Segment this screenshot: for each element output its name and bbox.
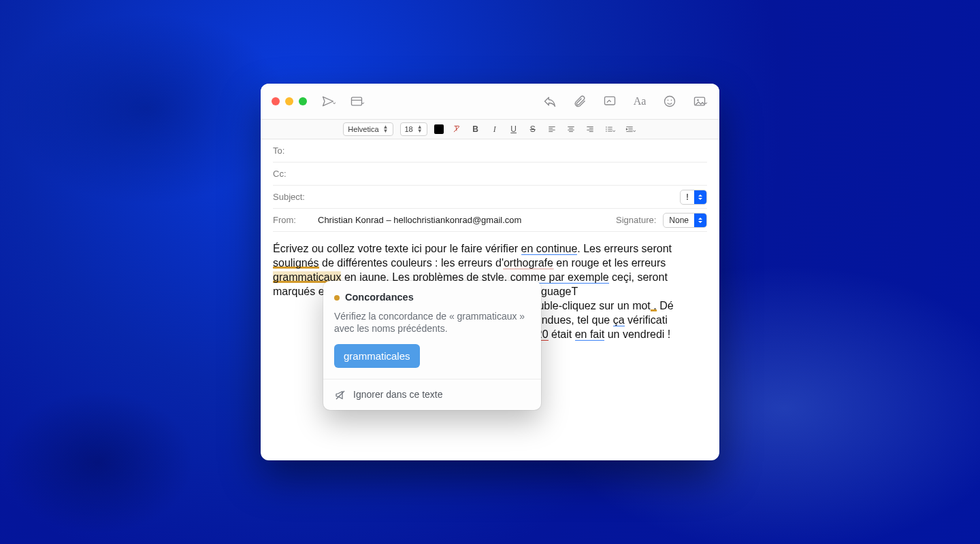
minimize-window-button[interactable] — [285, 97, 293, 105]
underline-button[interactable]: U — [508, 124, 520, 134]
style-underline[interactable]: en fait — [575, 328, 605, 341]
subject-row[interactable]: Subject: ! — [273, 186, 707, 209]
reply-icon[interactable] — [542, 94, 557, 109]
from-row: From: Christian Konrad – hellochristiank… — [273, 209, 707, 232]
grammar-popover: Concordances Vérifiez la concordance de … — [323, 281, 541, 410]
priority-stepper-icon[interactable] — [694, 190, 706, 204]
body-text: Écrivez ou collez votre texte ici pour l… — [273, 243, 521, 254]
from-value[interactable]: Christian Konrad – hellochristiankonrad@… — [318, 215, 609, 225]
svg-point-7 — [697, 99, 699, 101]
to-row[interactable]: To: — [273, 139, 707, 163]
popover-title: Concordances — [345, 290, 414, 305]
megaphone-mute-icon — [334, 389, 346, 401]
strike-button[interactable]: S — [527, 124, 539, 134]
signature-select[interactable]: None — [663, 213, 707, 228]
signature-value: None — [669, 216, 689, 225]
svg-point-9 — [606, 129, 607, 130]
from-label: From: — [273, 215, 311, 225]
popover-category-dot-icon — [334, 295, 340, 301]
suggestion-button[interactable]: grammaticales — [334, 344, 420, 368]
grammar-underline[interactable]: soulignés — [273, 257, 319, 269]
emoji-icon[interactable] — [662, 94, 677, 109]
ignore-in-text-button[interactable]: Ignorer dans ce texte — [323, 379, 541, 410]
photo-options-chevron[interactable]: ⌄ — [703, 98, 708, 105]
indent-chevron[interactable]: ⌄ — [632, 126, 637, 133]
text-color-swatch[interactable] — [434, 124, 444, 134]
style-underline[interactable]: en continue — [521, 243, 578, 255]
svg-point-3 — [665, 97, 675, 107]
compose-window: ⌄ ⌄ Aa — [261, 84, 719, 460]
titlebar: ⌄ ⌄ Aa — [261, 84, 719, 119]
font-family-value: Helvetica — [348, 125, 378, 133]
cc-label: Cc: — [273, 169, 311, 179]
style-underline[interactable]: ça — [613, 314, 625, 326]
align-right-icon[interactable] — [584, 123, 596, 135]
signature-stepper-icon[interactable] — [694, 214, 706, 227]
list-chevron[interactable]: ⌄ — [611, 126, 617, 133]
ignore-label: Ignorer dans ce texte — [353, 388, 443, 402]
format-icon[interactable]: Aa — [632, 94, 647, 109]
font-size-value: 18 — [405, 125, 413, 133]
priority-select[interactable]: ! — [680, 190, 707, 205]
align-center-icon[interactable] — [565, 123, 577, 135]
svg-point-8 — [606, 126, 607, 128]
spelling-underline[interactable]: orthografe — [504, 257, 553, 269]
paperclip-icon[interactable] — [572, 94, 587, 109]
font-size-select[interactable]: 18 ▲▼ — [400, 122, 427, 136]
popover-description: Vérifiez la concordance de « grammaticau… — [334, 310, 530, 335]
grammar-underline[interactable]: . — [651, 300, 657, 311]
format-toolbar: Helvetica ▲▼ 18 ▲▼ B I U S ⌄ ⌄ — [261, 119, 719, 139]
zoom-window-button[interactable] — [299, 97, 307, 105]
message-body[interactable]: Écrivez ou collez votre texte ici pour l… — [261, 232, 719, 460]
header-toggle-chevron[interactable]: ⌄ — [360, 98, 365, 105]
priority-marker: ! — [681, 192, 694, 202]
subject-label: Subject: — [273, 192, 311, 202]
font-family-select[interactable]: Helvetica ▲▼ — [343, 122, 393, 136]
window-controls — [272, 97, 307, 105]
send-options-chevron[interactable]: ⌄ — [331, 98, 337, 105]
clear-format-icon[interactable] — [451, 123, 463, 135]
svg-point-10 — [606, 131, 607, 132]
bold-button[interactable]: B — [470, 124, 482, 134]
to-label: To: — [273, 146, 311, 156]
markup-icon[interactable] — [602, 94, 617, 109]
cc-row[interactable]: Cc: — [273, 163, 707, 186]
header-fields: To: Cc: Subject: ! From: Christian Konra… — [261, 139, 719, 232]
svg-point-5 — [671, 100, 672, 101]
align-left-icon[interactable] — [546, 123, 558, 135]
close-window-button[interactable] — [272, 97, 280, 105]
svg-point-4 — [668, 100, 669, 101]
italic-button[interactable]: I — [489, 124, 501, 135]
signature-label: Signature: — [616, 215, 656, 225]
